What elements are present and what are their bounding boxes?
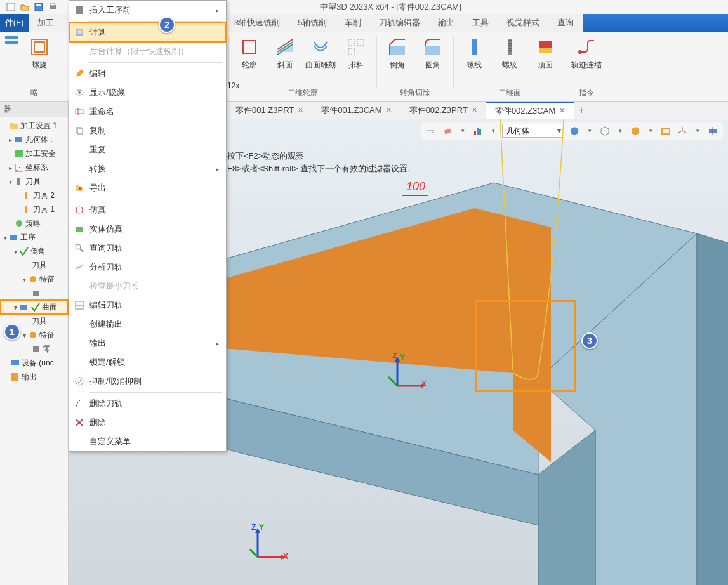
- tree-safety[interactable]: 加工安全: [0, 147, 68, 161]
- ribbon-thread-button[interactable]: 螺纹: [494, 34, 525, 70]
- tree-device[interactable]: 设备 (unc: [0, 356, 68, 370]
- svg-rect-12: [348, 48, 355, 55]
- close-icon[interactable]: ✕: [472, 106, 477, 114]
- ribbon-helix-button[interactable]: 螺线: [459, 34, 489, 70]
- close-icon[interactable]: ✕: [298, 106, 303, 114]
- menu-tools[interactable]: 工具: [463, 14, 498, 32]
- tree-setup[interactable]: 加工设置 1: [0, 119, 68, 133]
- ctx-lock[interactable]: 锁定/解锁: [69, 353, 226, 372]
- menu-toolpath-editor[interactable]: 刀轨编辑器: [370, 14, 429, 32]
- svg-point-25: [16, 220, 22, 227]
- ctx-customize[interactable]: 自定义菜单: [69, 432, 226, 451]
- ctx-solid-sim[interactable]: 实体仿真: [69, 220, 226, 239]
- ribbon-topface-button[interactable]: 顶面: [530, 34, 560, 70]
- menu-3axis[interactable]: 3轴快速铣削: [225, 14, 289, 32]
- svg-rect-64: [76, 110, 83, 114]
- svg-rect-9: [243, 41, 256, 53]
- ctx-delete-path[interactable]: 删除刀轨: [69, 394, 226, 413]
- ctx-query-path[interactable]: 查询刀轨: [69, 239, 226, 258]
- ctx-copy[interactable]: 复制: [69, 121, 226, 140]
- qat-new-icon[interactable]: [5, 1, 17, 13]
- tree-op-tool[interactable]: 刀具: [0, 258, 68, 272]
- tree-strategy[interactable]: 策略: [0, 216, 68, 230]
- svg-rect-24: [25, 206, 27, 213]
- ribbon-small-icon[interactable]: [4, 34, 19, 49]
- ctx-calculate[interactable]: 计算: [69, 23, 226, 42]
- file-menu[interactable]: 件(F): [0, 14, 29, 32]
- highlight-box-3: [475, 300, 576, 392]
- close-icon[interactable]: ✕: [386, 106, 392, 114]
- svg-line-57: [250, 549, 258, 557]
- svg-rect-58: [76, 6, 83, 14]
- ctx-convert[interactable]: 转换▸: [69, 159, 226, 178]
- ctx-insert-before[interactable]: 插入工序前▸: [69, 1, 226, 20]
- svg-rect-22: [17, 178, 20, 185]
- doc-tab-3[interactable]: 零件002.Z3PRT✕: [400, 102, 486, 119]
- menu-query[interactable]: 查询: [548, 14, 583, 32]
- menu-5axis[interactable]: 5轴铣削: [289, 14, 336, 32]
- ctx-suppress[interactable]: 抑制/取消抑制: [69, 372, 226, 391]
- tree-tool-1[interactable]: 刀具 1: [0, 202, 68, 216]
- ribbon-link-button[interactable]: 轨迹连结: [571, 34, 602, 70]
- svg-line-70: [80, 249, 83, 252]
- doc-tab-2[interactable]: 零件001.Z3CAM✕: [312, 102, 400, 119]
- svg-rect-16: [508, 39, 512, 55]
- ctx-edit[interactable]: 编辑: [69, 64, 226, 83]
- ribbon-contour-button[interactable]: 轮廓: [234, 34, 265, 70]
- ribbon-chamfer-button[interactable]: 倒角: [382, 34, 413, 70]
- sim-icon: [69, 205, 89, 215]
- ctx-show-hide[interactable]: 显示/隐藏: [69, 83, 226, 102]
- svg-rect-33: [11, 373, 18, 381]
- tree-op-surface[interactable]: ▾曲面: [0, 300, 68, 314]
- ctx-edit-path[interactable]: 编辑刀轨: [69, 296, 226, 315]
- tree-tool-2[interactable]: 刀具 2: [0, 188, 68, 202]
- ctx-create-output[interactable]: 创建输出: [69, 315, 226, 334]
- ctx-export[interactable]: 导出: [69, 178, 226, 197]
- tree-tools[interactable]: ▾刀具: [0, 174, 68, 188]
- svg-rect-26: [10, 235, 17, 240]
- menu-visual-style[interactable]: 视觉样式: [498, 14, 548, 32]
- svg-rect-11: [357, 39, 364, 46]
- tree-op-part[interactable]: 零: [0, 342, 68, 356]
- svg-rect-2: [36, 4, 41, 6]
- tree-op-chamfer[interactable]: ▾倒角: [0, 244, 68, 258]
- ctx-repeat[interactable]: 重复: [69, 140, 226, 159]
- tree-frame[interactable]: ▸坐标系: [0, 161, 68, 174]
- tree-op-feature[interactable]: ▾特征: [0, 272, 68, 286]
- tree-operations[interactable]: ▾工序: [0, 230, 68, 244]
- ribbon-engrave-button[interactable]: 曲面雕刻: [305, 34, 336, 70]
- close-icon[interactable]: ✕: [559, 107, 565, 115]
- ctx-analyze-path[interactable]: 分析刀轨: [69, 258, 226, 277]
- qat-save-icon[interactable]: [33, 1, 44, 13]
- svg-rect-67: [77, 129, 83, 134]
- svg-rect-6: [5, 41, 18, 44]
- svg-rect-18: [539, 41, 552, 48]
- menu-output[interactable]: 输出: [429, 14, 463, 32]
- marker-2: 2: [159, 16, 175, 33]
- ctx-rename[interactable]: 重命名: [69, 102, 226, 121]
- menu-machining[interactable]: 加工: [29, 14, 67, 32]
- menu-turning[interactable]: 车削: [336, 14, 370, 32]
- doc-tab-4[interactable]: 零件002.Z3CAM✕: [486, 102, 574, 119]
- ctx-output[interactable]: 输出▸: [69, 334, 226, 353]
- tree-op-item[interactable]: [0, 286, 68, 300]
- edit-icon: [69, 69, 89, 79]
- ribbon-nesting-button[interactable]: 排料: [341, 34, 371, 70]
- doc-tab-1[interactable]: 零件001.Z3PRT✕: [227, 102, 312, 119]
- qat-print-icon[interactable]: [47, 1, 58, 13]
- ribbon-spiral-button[interactable]: 螺旋: [24, 34, 55, 70]
- ctx-delete[interactable]: 删除: [69, 413, 226, 432]
- qat-open-icon[interactable]: [19, 1, 30, 13]
- ctx-bg-calculate: 后台计算（限于快速铣削）: [69, 42, 226, 61]
- ctx-simulate[interactable]: 仿真: [69, 200, 226, 220]
- svg-rect-68: [76, 227, 83, 232]
- ribbon-fillet-button[interactable]: 圆角: [418, 34, 448, 70]
- eye-icon: [69, 88, 89, 98]
- ribbon-ramp-button[interactable]: 斜面: [270, 34, 300, 70]
- insert-icon: [69, 5, 89, 15]
- svg-rect-8: [34, 42, 44, 52]
- add-tab-button[interactable]: +: [574, 105, 589, 116]
- tree-geometry[interactable]: ▸几何体 :: [0, 133, 68, 147]
- document-tabs: 零件001.Z3PRT✕ 零件001.Z3CAM✕ 零件002.Z3PRT✕ 零…: [227, 102, 728, 119]
- tree-output[interactable]: 输出: [0, 370, 68, 384]
